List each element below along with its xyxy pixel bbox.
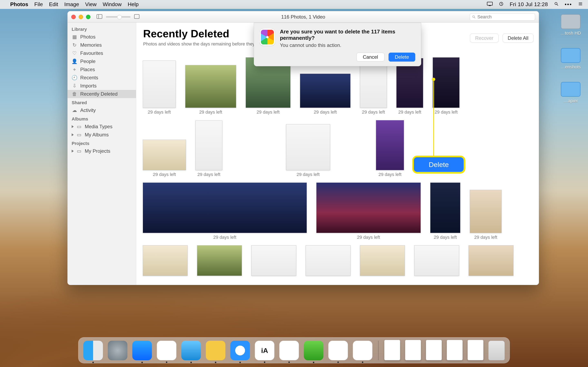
days-left-label: 29 days left bbox=[213, 235, 236, 240]
disclosure-icon[interactable] bbox=[72, 133, 74, 136]
dock-ia-writer[interactable]: iA bbox=[255, 341, 274, 360]
photo-item[interactable]: 29 days left bbox=[185, 65, 236, 115]
window-title: 116 Photos, 1 Video bbox=[281, 14, 325, 20]
desktop-icon-papier[interactable]: …apier bbox=[558, 82, 583, 104]
svg-rect-1 bbox=[489, 6, 491, 6]
photo-item[interactable]: 29 days left bbox=[195, 120, 222, 177]
photo-item[interactable]: 29 days left bbox=[143, 183, 307, 240]
dock-calendar[interactable] bbox=[157, 341, 176, 360]
days-left-label: 29 days left bbox=[362, 109, 385, 115]
sidebar-item-memories[interactable]: ↻Memories bbox=[68, 41, 136, 49]
album-icon: ▭ bbox=[76, 132, 82, 137]
thumbnail-image bbox=[360, 245, 405, 276]
window-titlebar[interactable]: 116 Photos, 1 Video bbox=[68, 11, 539, 23]
desktop-icon-screenshots[interactable]: …enshots bbox=[558, 48, 583, 70]
notification-center-icon[interactable] bbox=[577, 1, 584, 8]
sidebar-item-activity[interactable]: ☁Activity bbox=[68, 106, 136, 114]
dock-mail[interactable] bbox=[181, 341, 201, 360]
sidebar-toggle-icon[interactable] bbox=[96, 14, 102, 20]
thumbnail-size-icon[interactable] bbox=[134, 14, 139, 20]
sidebar-item-photos[interactable]: ▦Photos bbox=[68, 33, 136, 41]
dialog-delete-button[interactable]: Delete bbox=[389, 53, 415, 62]
spotlight-icon[interactable] bbox=[553, 1, 559, 8]
photo-item[interactable]: 29 days left bbox=[376, 120, 404, 177]
window-minimize-button[interactable] bbox=[79, 15, 83, 19]
recover-button[interactable]: Recover bbox=[470, 34, 498, 43]
photo-item[interactable]: 29 days left bbox=[300, 74, 351, 115]
dock-recent-doc[interactable] bbox=[467, 340, 484, 360]
menu-image[interactable]: Image bbox=[64, 1, 79, 8]
sidebar-item-recents[interactable]: 🕘Recents bbox=[68, 74, 136, 82]
photo-item[interactable] bbox=[468, 245, 513, 276]
dock-recent-doc[interactable] bbox=[384, 340, 400, 360]
sidebar-item-media-types[interactable]: ▭Media Types bbox=[68, 123, 136, 131]
menu-help[interactable]: Help bbox=[128, 1, 138, 8]
desktop-icon-macintosh-hd[interactable]: …tosh HD bbox=[558, 14, 583, 36]
dock-launchpad[interactable] bbox=[108, 341, 127, 360]
dock-safari[interactable] bbox=[230, 341, 250, 360]
menu-file[interactable]: File bbox=[34, 1, 43, 8]
menu-window[interactable]: Window bbox=[103, 1, 121, 8]
svg-line-4 bbox=[557, 4, 558, 6]
dock-app-store[interactable] bbox=[132, 341, 152, 360]
photo-item[interactable] bbox=[251, 245, 296, 276]
dock-photos[interactable] bbox=[353, 341, 372, 360]
dock-recent-doc[interactable] bbox=[447, 340, 463, 360]
album-icon: ▭ bbox=[76, 124, 82, 129]
photo-item[interactable]: 29 days left bbox=[430, 183, 460, 240]
photo-item[interactable]: 29 days left bbox=[316, 183, 421, 240]
dialog-cancel-button[interactable]: Cancel bbox=[356, 53, 384, 62]
photo-item[interactable] bbox=[143, 245, 188, 276]
dock-slack[interactable] bbox=[279, 341, 299, 360]
desktop-icons: …tosh HD …enshots …apier bbox=[555, 14, 586, 104]
clock-icon: 🕘 bbox=[72, 75, 77, 80]
menu-edit[interactable]: Edit bbox=[49, 1, 58, 8]
sidebar-header-projects: Projects bbox=[68, 139, 136, 147]
search-field[interactable] bbox=[470, 13, 535, 21]
dock-app-6[interactable] bbox=[206, 341, 225, 360]
photo-item[interactable]: 29 days left bbox=[433, 57, 459, 115]
photo-item[interactable] bbox=[306, 245, 351, 276]
window-close-button[interactable] bbox=[71, 15, 76, 19]
sidebar-item-my-albums[interactable]: ▭My Albums bbox=[68, 131, 136, 139]
photo-item[interactable] bbox=[360, 245, 405, 276]
disclosure-icon[interactable] bbox=[72, 150, 74, 152]
search-input[interactable] bbox=[477, 14, 533, 20]
photo-item[interactable]: 29 days left bbox=[360, 58, 387, 115]
dock-finder[interactable] bbox=[83, 341, 103, 360]
thumbnail-image bbox=[430, 183, 460, 233]
display-menu-icon[interactable] bbox=[487, 1, 493, 8]
sidebar-item-recently-deleted[interactable]: 🗑Recently Deleted bbox=[68, 90, 136, 98]
dock-app-10[interactable] bbox=[304, 341, 323, 360]
dock-notes[interactable] bbox=[328, 341, 348, 360]
sidebar-item-people[interactable]: 👤People bbox=[68, 57, 136, 66]
photo-item[interactable] bbox=[197, 245, 242, 276]
delete-all-button[interactable]: Delete All bbox=[503, 34, 534, 43]
dock-recent-doc[interactable] bbox=[405, 340, 421, 360]
dock-trash[interactable] bbox=[488, 341, 505, 360]
photo-item[interactable]: 29 days left bbox=[143, 60, 176, 115]
siri-menu-icon[interactable]: ••• bbox=[565, 1, 572, 8]
active-app-name[interactable]: Photos bbox=[10, 1, 28, 8]
photo-item[interactable]: 29 days left bbox=[470, 190, 502, 240]
photo-item[interactable] bbox=[414, 245, 459, 276]
confirm-delete-dialog: Are you sure you want to delete the 117 … bbox=[254, 23, 421, 66]
photo-item[interactable]: 29 days left bbox=[143, 140, 186, 177]
window-zoom-button[interactable] bbox=[86, 15, 90, 19]
project-icon: ▭ bbox=[76, 149, 82, 154]
sidebar-item-places[interactable]: ⌖Places bbox=[68, 66, 136, 74]
zoom-slider[interactable] bbox=[106, 16, 130, 17]
menu-bar-datetime[interactable]: Fri 10 Jul 12:28 bbox=[510, 1, 548, 8]
sidebar-item-favourites[interactable]: ♡Favourites bbox=[68, 49, 136, 57]
annotation-callout: Delete bbox=[414, 157, 464, 172]
disclosure-icon[interactable] bbox=[72, 125, 74, 128]
photo-item[interactable]: 29 days left bbox=[396, 58, 423, 115]
sidebar-item-my-projects[interactable]: ▭My Projects bbox=[68, 147, 136, 155]
dock-recent-doc[interactable] bbox=[426, 340, 442, 360]
dialog-headline: Are you sure you want to delete the 117 … bbox=[280, 29, 415, 41]
sidebar-item-imports[interactable]: ⇩Imports bbox=[68, 82, 136, 90]
days-left-label: 29 days left bbox=[398, 109, 421, 115]
time-machine-menu-icon[interactable] bbox=[498, 1, 504, 8]
photo-item[interactable]: 29 days left bbox=[286, 124, 330, 177]
menu-view[interactable]: View bbox=[85, 1, 96, 8]
